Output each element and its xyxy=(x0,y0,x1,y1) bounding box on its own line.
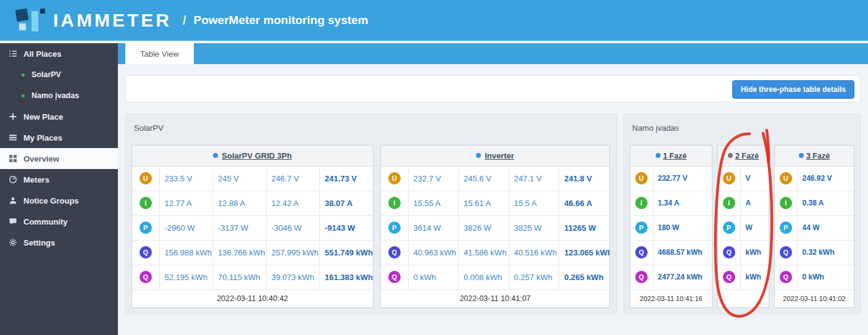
param-icon-cell: U xyxy=(718,166,740,191)
phase-value: 246.7 V xyxy=(266,166,320,191)
param-icon-cell: Q xyxy=(630,265,653,289)
i-param-icon: I xyxy=(723,197,735,209)
chat-icon xyxy=(9,217,17,226)
phase-value: 233.5 V xyxy=(159,166,213,191)
brand-name: IAMMETER xyxy=(53,10,172,31)
table-row-q2: Q52.195 kWh70.115 kWh39.073 kWh161.383 k… xyxy=(132,265,373,289)
q2-param-icon: Q xyxy=(723,271,735,283)
param-icon-cell: I xyxy=(132,191,159,215)
param-icon-cell: Q xyxy=(718,240,740,265)
sidebar-item-label: New Place xyxy=(23,112,63,122)
table-title-link[interactable]: 2 Fazė xyxy=(735,152,759,160)
sidebar-item-label: SolarPV xyxy=(31,70,61,79)
param-icon-cell: Q xyxy=(132,265,159,289)
table-row-i: I1.34 A xyxy=(630,191,712,215)
param-icon-cell: P xyxy=(132,215,159,240)
dot-icon xyxy=(20,93,27,99)
list-icon xyxy=(9,49,17,58)
p-param-icon: P xyxy=(780,221,792,234)
total-value: 44 W xyxy=(797,215,854,240)
tab-table-view[interactable]: Table View xyxy=(125,43,194,64)
u-param-icon: U xyxy=(780,172,792,184)
meter-table-solarpv-grid-3ph: SolarPV GRID 3PhU233.5 V245 V246.7 V241.… xyxy=(131,145,373,308)
status-dot-icon xyxy=(799,153,804,158)
param-icon-cell: P xyxy=(381,215,408,240)
total-value: A xyxy=(740,191,769,215)
timestamp: 2022-03-11 10:41:02 xyxy=(775,289,854,307)
phase-value: 12.77 A xyxy=(159,191,213,215)
q2-param-icon: Q xyxy=(635,271,648,283)
table-row-p: P44 W xyxy=(775,215,854,240)
sidebar-item-label: Overview xyxy=(23,154,59,163)
table-row-q1: QkWh xyxy=(718,240,769,265)
phase-value: 3614 W xyxy=(408,215,459,240)
sidebar-item-my-places[interactable]: My Places xyxy=(0,127,118,148)
table-row-q1: Q0.32 kWh xyxy=(775,240,854,265)
i-param-icon: I xyxy=(388,197,401,209)
param-icon-cell: P xyxy=(630,215,653,240)
sidebar-item-notice-groups[interactable]: Notice Groups xyxy=(0,190,118,211)
param-icon-cell: U xyxy=(132,166,159,191)
table-row-p: P180 W xyxy=(630,215,712,240)
phase-value: 39.073 kWh xyxy=(266,265,320,289)
table-title-link[interactable]: 1 Fazė xyxy=(663,152,686,160)
param-icon-cell: I xyxy=(775,191,797,215)
total-value: 161.383 kWh xyxy=(320,265,373,289)
sidebar-item-solarpv[interactable]: SolarPV xyxy=(0,64,118,85)
phase-value: -3137 W xyxy=(213,215,267,240)
param-icon-cell: U xyxy=(381,166,408,191)
q2-param-icon: Q xyxy=(140,271,152,283)
sidebar-item-overview[interactable]: Overview xyxy=(0,148,118,169)
sidebar-item-meters[interactable]: Meters xyxy=(0,169,118,190)
table-header: SolarPV GRID 3Ph xyxy=(132,146,373,166)
table-row-q2: QkWh xyxy=(718,265,769,289)
table-row-u: U233.5 V245 V246.7 V241.73 V xyxy=(132,166,373,191)
table-title-link[interactable]: Inverter xyxy=(485,151,514,160)
q1-param-icon: Q xyxy=(635,246,648,258)
param-icon-cell: Q xyxy=(775,240,797,265)
table-row-p: PW xyxy=(718,215,769,240)
panel-title: SolarPV xyxy=(134,123,609,133)
sidebar-item-community[interactable]: Community xyxy=(0,211,118,232)
iammeter-app: IAMMETER / PowerMeter monitoring system … xyxy=(0,0,868,335)
meter-table-3-fazė: 3 FazėU246.92 VI0.38 AP44 WQ0.32 kWhQ0 k… xyxy=(774,145,854,308)
plus-icon xyxy=(9,112,17,121)
phase-value: 0.257 kWh xyxy=(509,265,559,289)
total-value: 2477.24 kWh xyxy=(653,265,712,289)
phase-value: 3826 W xyxy=(459,215,509,240)
tab-label: Table View xyxy=(140,49,179,59)
param-icon-cell: Q xyxy=(718,265,740,289)
sidebar-item-label: Community xyxy=(23,217,68,226)
hide-details-button[interactable]: Hide three-phase table details xyxy=(732,80,854,99)
total-value: 232.77 V xyxy=(653,166,712,191)
table-title-link[interactable]: 3 Fazė xyxy=(806,152,830,160)
table-row-q2: Q0 kWh0.008 kWh0.257 kWh0.265 kWh xyxy=(381,265,609,289)
page-title: PowerMeter monitoring system xyxy=(194,14,369,27)
phase-value: 3825 W xyxy=(509,215,559,240)
phase-value: 136.766 kWh xyxy=(213,240,267,265)
param-icon-cell: U xyxy=(630,166,653,191)
table-title-link[interactable]: SolarPV GRID 3Ph xyxy=(222,151,291,160)
phase-value: 247.1 V xyxy=(509,166,559,191)
p-param-icon: P xyxy=(140,221,152,234)
sidebar-item-settings[interactable]: Settings xyxy=(0,232,118,253)
phase-value: 40.963 kWh xyxy=(408,240,459,265)
sidebar-item-namo-įvadas[interactable]: Namo įvadas xyxy=(0,85,118,106)
q1-param-icon: Q xyxy=(780,246,792,258)
table-row-u: U246.92 V xyxy=(775,166,854,191)
user-icon xyxy=(9,196,17,205)
table-row-q1: Q40.963 kWh41.586 kWh40.516 kWh123.065 k… xyxy=(381,240,609,265)
total-value: 1.34 A xyxy=(653,191,712,215)
dot-icon xyxy=(20,72,27,78)
total-value: 246.92 V xyxy=(797,166,854,191)
total-value: 123.065 kWh xyxy=(559,240,610,265)
phase-value: 70.115 kWh xyxy=(213,265,267,289)
table-row-i: IA xyxy=(718,191,769,215)
sidebar-item-label: Settings xyxy=(23,238,55,247)
phase-value: 0 kWh xyxy=(408,265,459,289)
sidebar-item-new-place[interactable]: New Place xyxy=(0,106,118,127)
total-value: 0.38 A xyxy=(797,191,854,215)
q2-param-icon: Q xyxy=(780,271,792,283)
param-icon-cell: I xyxy=(381,191,408,215)
sidebar-item-all-places[interactable]: All Places xyxy=(0,43,118,64)
